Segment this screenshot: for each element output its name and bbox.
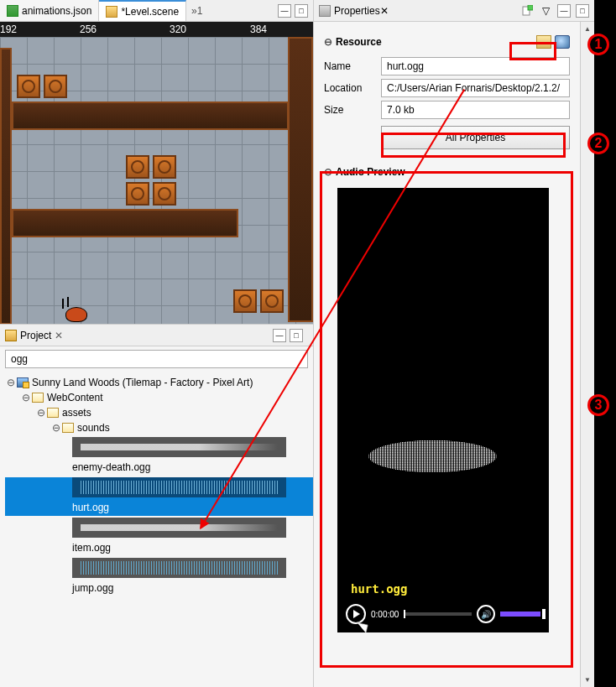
panel-title: Properties	[334, 5, 380, 17]
audio-waveform-canvas[interactable]: hurt.ogg 0:00:00 🔊	[337, 188, 549, 632]
open-folder-icon[interactable]	[536, 35, 551, 49]
folder-icon	[62, 423, 74, 433]
crate-sprite	[153, 182, 176, 206]
terrain-platform	[12, 101, 289, 130]
terrain-platform	[12, 209, 238, 237]
close-icon[interactable]: ✕	[55, 330, 63, 341]
minimize-button[interactable]: —	[557, 4, 571, 18]
prop-row-size: Size	[324, 101, 570, 119]
properties-panel-header: Properties ✕ ▽ — □	[314, 0, 594, 22]
audio-filename-label: hurt.ogg	[351, 582, 407, 596]
collapse-icon[interactable]: ⊖	[20, 392, 32, 403]
left-column: animations.json *Level.scene »1 — □ 192 …	[0, 0, 313, 687]
section-title: Audio Preview	[336, 166, 405, 178]
crate-sprite	[153, 155, 176, 179]
collapse-icon[interactable]: ⊖	[324, 36, 336, 48]
ruler-mark: 320	[170, 23, 186, 35]
collapse-icon[interactable]: ⊖	[50, 422, 62, 434]
tab-animations-json[interactable]: animations.json	[0, 0, 99, 21]
audio-preview-header[interactable]: ⊖ Audio Preview	[324, 161, 570, 183]
tab-level-scene[interactable]: *Level.scene	[99, 0, 186, 21]
ruler-mark: 192	[0, 23, 17, 35]
project-tree[interactable]: ⊖ Sunny Land Woods (Tilemap - Factory - …	[0, 372, 313, 687]
sound-waveform-thumb[interactable]	[72, 477, 286, 497]
project-root-icon	[17, 377, 29, 388]
tree-folder-webcontent[interactable]: ⊖ WebContent	[5, 390, 313, 405]
volume-slider[interactable]	[500, 612, 540, 617]
progress-slider[interactable]	[404, 612, 472, 616]
maximize-button[interactable]: □	[295, 4, 308, 18]
ruler-mark: 256	[80, 23, 97, 35]
size-input[interactable]	[381, 101, 570, 119]
dropdown-icon[interactable]: ▽	[539, 4, 552, 18]
tree-label: sounds	[77, 422, 110, 434]
maximize-button[interactable]: □	[290, 329, 303, 342]
panel-title: Project	[20, 330, 51, 341]
scroll-up-icon[interactable]: ▲	[581, 22, 594, 36]
sound-item-label: hurt.ogg	[5, 499, 313, 516]
json-file-icon	[7, 5, 18, 17]
prop-label: Name	[324, 60, 381, 72]
enemy-sprite	[59, 299, 92, 324]
location-input[interactable]	[381, 79, 570, 97]
properties-body: ⊖ Resource Name Location Size	[314, 22, 580, 687]
terrain-wall	[288, 37, 313, 322]
ruler-mark: 384	[250, 23, 267, 35]
tree-folder-assets[interactable]: ⊖ assets	[5, 405, 313, 420]
tree-label: assets	[62, 407, 91, 419]
tree-folder-sounds[interactable]: ⊖ sounds	[5, 420, 313, 435]
sound-waveform-thumb[interactable]	[72, 518, 286, 538]
tab-label: animations.json	[22, 5, 91, 17]
terrain-wall	[0, 48, 12, 324]
scene-viewport[interactable]: 192 256 320 384	[0, 22, 313, 324]
section-title: Resource	[336, 36, 382, 48]
collapse-icon[interactable]: ⊖	[324, 166, 336, 178]
crate-sprite	[260, 289, 284, 313]
crate-sprite	[17, 75, 40, 98]
right-column: Properties ✕ ▽ — □ ⊖ Resource	[313, 0, 594, 687]
callout-number-1: 1	[587, 34, 609, 55]
minimize-button[interactable]: —	[273, 329, 286, 342]
editor-tab-bar: animations.json *Level.scene »1 — □	[0, 0, 313, 22]
sound-item-label[interactable]: jump.ogg	[5, 580, 313, 596]
tree-label: WebContent	[47, 392, 103, 403]
properties-icon	[319, 5, 331, 17]
filter-input[interactable]	[5, 350, 308, 368]
project-filter	[5, 350, 308, 368]
prop-label: Location	[324, 82, 381, 94]
sound-waveform-thumb[interactable]	[72, 437, 286, 457]
new-button[interactable]	[520, 4, 534, 18]
scrollbar-vertical[interactable]: ▲ ▼	[580, 22, 594, 687]
project-panel-header: Project ✕ — □	[0, 325, 313, 346]
tab-label: *Level.scene	[121, 6, 179, 18]
scroll-down-icon[interactable]: ▼	[581, 673, 594, 687]
collapse-icon[interactable]: ⊖	[35, 407, 47, 419]
prop-row-name: Name	[324, 57, 570, 75]
all-properties-button[interactable]: All Properties	[381, 126, 570, 149]
project-panel: Project ✕ — □ ⊖ Sunny Land Woods (Tilema…	[0, 324, 313, 687]
crate-sprite	[233, 289, 257, 313]
minimize-button[interactable]: —	[278, 4, 291, 18]
sound-item-selected[interactable]: hurt.ogg	[5, 477, 313, 516]
maximize-button[interactable]: □	[576, 4, 589, 18]
scene-file-icon	[106, 6, 117, 18]
tilemap-canvas[interactable]	[0, 37, 313, 324]
ruler-horizontal: 192 256 320 384	[0, 22, 313, 37]
collapse-icon[interactable]: ⊖	[5, 377, 17, 388]
crate-sprite	[126, 182, 149, 206]
project-icon	[5, 330, 17, 341]
volume-button[interactable]: 🔊	[477, 605, 495, 623]
tree-root[interactable]: ⊖ Sunny Land Woods (Tilemap - Factory - …	[5, 375, 313, 390]
resource-section-header[interactable]: ⊖ Resource	[324, 30, 570, 54]
folder-icon	[47, 408, 59, 418]
sound-waveform-thumb[interactable]	[72, 558, 286, 578]
close-icon[interactable]: ✕	[380, 5, 389, 17]
name-input[interactable]	[381, 57, 570, 75]
audio-controls: 0:00:00 🔊	[346, 602, 540, 626]
sound-item-label[interactable]: item.ogg	[5, 539, 313, 556]
open-browser-icon[interactable]	[555, 35, 570, 49]
sound-item-label[interactable]: enemy-death.ogg	[5, 459, 313, 476]
callout-number-2: 2	[587, 133, 609, 154]
tab-overflow-button[interactable]: »1	[186, 5, 207, 17]
callout-number-3: 3	[587, 394, 609, 416]
